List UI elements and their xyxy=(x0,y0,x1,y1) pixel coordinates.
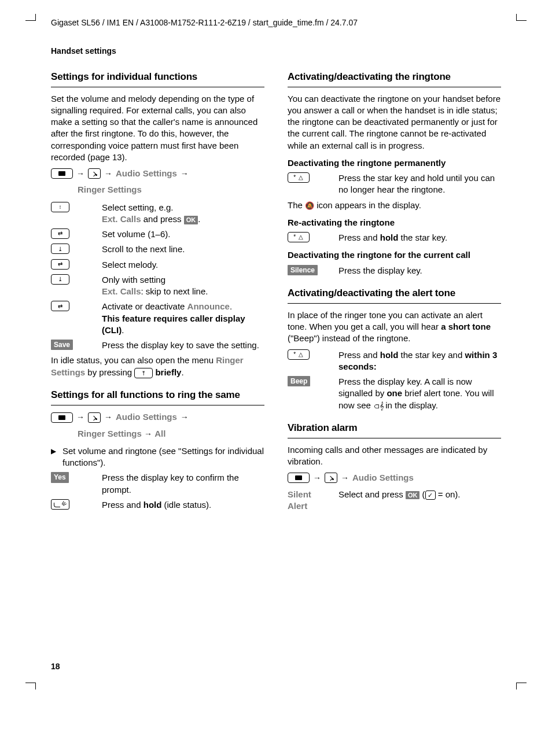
up-key-icon: ⤒ xyxy=(134,368,153,378)
step-text: Press and xyxy=(102,500,143,510)
step-text: in the display. xyxy=(383,400,438,410)
subheading-deact-perm: Deactivating the ringtone permanently xyxy=(288,157,501,169)
bullet-text: Set volume and ringtone (see "Settings f… xyxy=(62,445,264,469)
arrow-icon: → xyxy=(104,412,112,423)
arrow-icon: → xyxy=(76,412,84,423)
leftright-key-icon: ⇄ xyxy=(51,228,69,239)
step-text: Only with setting xyxy=(102,275,165,285)
step-row: Yes Press the display key to confirm the… xyxy=(51,472,264,496)
beep-badge: Beep xyxy=(288,376,310,386)
step-option: Announce xyxy=(187,301,230,311)
nav-path-2: → → Audio Settings → Ringer Settings → A… xyxy=(51,411,264,440)
step-text: the star key and xyxy=(398,350,465,360)
subheading-deact-cur: Deactivating the ringtone for the curren… xyxy=(288,249,501,261)
step-row: Silence Press the display key. xyxy=(288,265,501,276)
para-ringtone: You can deactivate the ringtone on your … xyxy=(288,93,501,152)
heading-all: Settings for all functions to ring the s… xyxy=(51,389,264,405)
step-text: and press xyxy=(141,214,184,224)
arrow-icon: → xyxy=(313,473,321,484)
step-row: * △ Press and hold the star key and with… xyxy=(288,349,501,373)
down-key-icon: ⤓ xyxy=(51,274,69,285)
submenu-key-icon xyxy=(325,473,337,483)
step-text: Select melody. xyxy=(102,259,264,271)
heading-ringtone: Activating/deactivating the ringtone xyxy=(288,71,501,87)
step-row: ⇄ Select melody. xyxy=(51,259,264,271)
save-badge: Save xyxy=(51,340,73,350)
submenu-key-icon xyxy=(88,168,101,179)
left-column: Settings for individual functions Set th… xyxy=(51,71,264,672)
nav-path-3: → → Audio Settings xyxy=(288,472,501,484)
step-text: the star key. xyxy=(398,233,447,242)
nav-path-1: → → Audio Settings → Ringer Settings xyxy=(51,168,264,196)
hangup-key-icon xyxy=(51,499,69,510)
para-vibration: Incoming calls and other messages are in… xyxy=(288,444,501,468)
silent-alert-label: Silent Alert xyxy=(288,489,333,512)
header-path: Gigaset SL56 / IM1 EN / A31008-M1752-R11… xyxy=(35,17,517,28)
bell-off-icon: 🔕 xyxy=(305,201,314,210)
star-key-icon: * △ xyxy=(288,349,310,360)
leftright-key-icon: ⇄ xyxy=(51,301,69,311)
arrow-icon: → xyxy=(181,412,189,423)
step-row: * △ Press the star key and hold until yo… xyxy=(288,172,501,196)
step-bold: hold xyxy=(143,500,162,510)
step-row: ⤓ Only with setting Ext. Calls: skip to … xyxy=(51,274,264,298)
step-option: Ext. Calls xyxy=(102,286,141,296)
step-option: Ext. Calls xyxy=(102,214,141,224)
nav-audio: Audio Settings xyxy=(116,168,177,179)
alert-display-icon: ⫏𝄞 xyxy=(373,401,383,410)
step-text: : skip to next line. xyxy=(141,286,208,296)
arrow-icon: → xyxy=(76,168,84,179)
step-text: Activate or deactivate xyxy=(102,301,187,311)
nav-audio: Audio Settings xyxy=(116,411,177,423)
star-key-icon: * △ xyxy=(288,172,310,183)
step-text: Press and xyxy=(338,350,380,360)
step-row: Beep Press the display key. A call is no… xyxy=(288,376,501,411)
step-row: Press and hold (idle status). xyxy=(51,499,264,511)
subheading-react: Re-activating the ringtone xyxy=(288,217,501,228)
leftright-key-icon: ⇄ xyxy=(51,259,69,270)
step-text: = on). xyxy=(436,489,461,499)
nav-ringer: Ringer Settings xyxy=(78,429,142,438)
page-number: 18 xyxy=(51,661,264,672)
menu-key-icon xyxy=(288,473,310,483)
step-text: Press the star key and hold until you ca… xyxy=(338,172,501,196)
arrow-icon: → xyxy=(341,473,349,484)
icon-appears-note: The 🔕 icon appears in the display. xyxy=(288,200,501,211)
step-text: (idle status). xyxy=(161,500,211,510)
updown-key-icon: ↕ xyxy=(51,202,69,212)
heading-alert: Activating/deactivating the alert tone xyxy=(288,287,501,304)
step-text: ( xyxy=(419,489,425,499)
step-bold: hold xyxy=(380,350,399,360)
right-column: Activating/deactivating the ringtone You… xyxy=(288,71,501,672)
yes-badge: Yes xyxy=(51,472,69,482)
step-row: ⇄ Set volume (1–6). xyxy=(51,228,264,240)
step-row: ⤓ Scroll to the next line. xyxy=(51,244,264,255)
step-text: Scroll to the next line. xyxy=(102,244,264,255)
down-key-icon: ⤓ xyxy=(51,244,69,254)
submenu-key-icon xyxy=(88,412,101,423)
para-individual: Set the volume and melody depending on t… xyxy=(51,93,264,164)
step-text: Press and xyxy=(338,233,380,242)
bullet-item: ▶ Set volume and ringtone (see "Settings… xyxy=(51,445,264,469)
step-text: Press the display key to save the settin… xyxy=(102,340,264,351)
idle-note: In idle status, you can also open the me… xyxy=(51,355,264,378)
step-row: ⇄ Activate or deactivate Announce. This … xyxy=(51,301,264,336)
heading-individual: Settings for individual functions xyxy=(51,71,264,87)
step-row: * △ Press and hold the star key. xyxy=(288,232,501,244)
nav-all: All xyxy=(154,429,165,438)
para-alert: In place of the ringer tone you can acti… xyxy=(288,309,501,345)
step-text: Press the display key to confirm the pro… xyxy=(102,472,264,496)
nav-audio: Audio Settings xyxy=(352,472,414,484)
arrow-icon: → xyxy=(144,429,152,440)
heading-vibration: Vibration alarm xyxy=(288,422,501,438)
section-title: Handset settings xyxy=(51,46,501,57)
step-row: Save Press the display key to save the s… xyxy=(51,340,264,351)
checkbox-icon: ✓ xyxy=(425,491,436,500)
step-text: . xyxy=(230,301,232,311)
menu-key-icon xyxy=(51,168,73,179)
step-row: Silent Alert Select and press OK (✓ = on… xyxy=(288,489,501,512)
step-text: Press the display key. xyxy=(338,265,501,276)
step-text: Select and press xyxy=(338,489,406,499)
step-text: Select setting, e.g. xyxy=(102,202,173,212)
arrow-icon: → xyxy=(104,168,112,179)
